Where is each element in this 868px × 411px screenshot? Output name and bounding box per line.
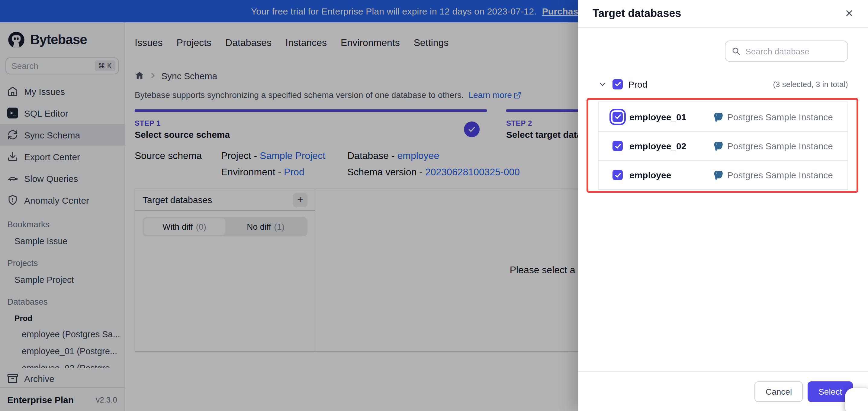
close-icon[interactable]: ✕	[845, 7, 854, 20]
instance-name: Postgres Sample Instance	[727, 170, 833, 180]
database-search-placeholder: Search database	[745, 46, 809, 56]
database-checkbox[interactable]	[613, 112, 623, 122]
chevron-down-icon[interactable]	[598, 80, 607, 89]
database-checkbox[interactable]	[613, 170, 623, 180]
drawer-title: Target databases	[593, 7, 681, 20]
instance-name: Postgres Sample Instance	[727, 112, 833, 122]
database-checkbox[interactable]	[613, 141, 623, 151]
database-row-employee-02[interactable]: employee_02 Postgres Sample Instance	[598, 131, 847, 160]
env-name[interactable]: Prod	[628, 79, 768, 89]
drawer-header: Target databases ✕	[578, 0, 868, 28]
postgres-icon	[713, 170, 724, 180]
database-row-employee[interactable]: employee Postgres Sample Instance	[598, 160, 847, 189]
database-list: employee_01 Postgres Sample Instance emp…	[598, 101, 848, 190]
database-name: employee_02	[629, 141, 707, 151]
selection-summary: (3 selected, 3 in total)	[773, 80, 848, 89]
app-root: Your free trial for Enterprise Plan will…	[0, 0, 868, 411]
postgres-icon	[713, 141, 724, 151]
database-name: employee_01	[629, 112, 707, 122]
env-tree-row: Prod (3 selected, 3 in total)	[598, 77, 848, 91]
instance-name: Postgres Sample Instance	[727, 141, 833, 151]
target-databases-drawer: Target databases ✕ Search database Prod …	[578, 0, 868, 411]
database-row-employee-01[interactable]: employee_01 Postgres Sample Instance	[598, 102, 847, 131]
postgres-icon	[713, 112, 724, 122]
search-icon	[732, 47, 741, 56]
drawer-body: Search database Prod (3 selected, 3 in t…	[578, 28, 868, 190]
env-checkbox[interactable]	[613, 79, 623, 89]
drawer-footer: Cancel Select	[578, 371, 868, 411]
cancel-button[interactable]: Cancel	[755, 381, 803, 402]
chat-widget-bubble[interactable]	[845, 388, 868, 411]
database-name: employee	[629, 170, 707, 180]
database-search-input[interactable]: Search database	[725, 40, 848, 62]
